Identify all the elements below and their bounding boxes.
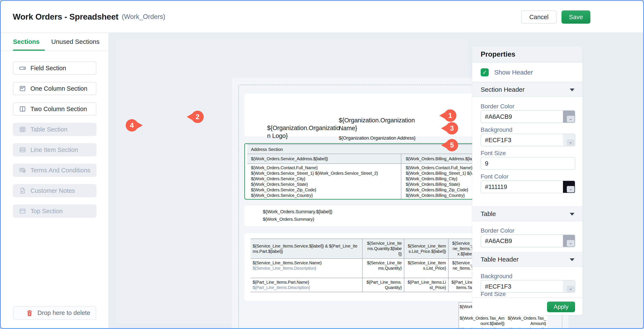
org-name-placeholder: ${Organization.Organization Name}	[339, 116, 417, 132]
table-header-font-size-label: Font Size	[481, 291, 506, 297]
header-cell-quantity: ${Service_Line_Items.Quantity.$[label]}	[362, 239, 404, 258]
tab-unused-sections[interactable]: Unused Sections	[51, 38, 100, 45]
chevron-down-icon[interactable]: ⌄	[567, 116, 574, 122]
sidebar-item-customer-notes: Customer Notes	[13, 184, 96, 197]
accordion-title: Table	[481, 207, 496, 221]
drop-to-delete-zone[interactable]: Drop here to delete	[13, 306, 96, 320]
sidebar-item-one-column-section[interactable]: One Column Section	[13, 82, 96, 95]
header-cell-list-price: ${Service_Line_Items.List_Price.$[label]…	[404, 239, 448, 258]
table-border-color-field[interactable]	[481, 235, 575, 247]
service-line: ${Work_Orders.Service_Zip_Code}	[251, 187, 399, 193]
accordion-title: Section Header	[481, 83, 525, 97]
title-group: Work Orders - Spreadsheet (Work_Orders)	[13, 1, 165, 33]
adjustment-label-placeholder: ${Work_Orders.Adjustment.$[label]}	[459, 327, 506, 329]
accordion-table-header[interactable]: Table Header	[472, 252, 582, 267]
sidebar-item-terms-and-conditions: Terms And Conditions	[13, 164, 96, 177]
show-header-checkbox[interactable]: ✓	[481, 68, 489, 76]
section-item-list: Field Section One Column Section Two Col…	[13, 62, 96, 225]
section-font-size-input	[481, 157, 575, 170]
chevron-down-icon[interactable]: ⌄	[567, 285, 574, 292]
page-title: Work Orders - Spreadsheet	[13, 12, 118, 22]
service-description-placeholder: ${Service_Line_Items.Description}	[253, 266, 360, 271]
callout-badge-1: 1	[444, 109, 456, 122]
tax-amount-value-placeholder: ${Work_Orders.Tax_Amount}	[506, 315, 548, 326]
accordion-title: Table Header	[481, 252, 518, 266]
callout-badge-2: 2	[192, 111, 204, 123]
drop-to-delete-label: Drop here to delete	[38, 309, 90, 316]
service-name-placeholder: ${Service_Line_Items.Service.Name}	[253, 260, 360, 266]
show-header-label: Show Header	[494, 63, 533, 82]
properties-title: Properties	[472, 46, 582, 63]
cell-quantity: ${Service_Line_Items.Quantity}	[362, 258, 404, 278]
field-section-icon	[19, 65, 26, 72]
template-editor-window: Work Orders - Spreadsheet (Work_Orders) …	[0, 0, 644, 329]
show-header-row: ✓ Show Header	[472, 63, 582, 82]
cell-list-price: ${Service_Line_Items.List_Price}	[404, 258, 448, 278]
sidebar-item-label: Line Item Section	[30, 146, 78, 153]
service-address-lines: ${Work_Orders.Contact.Full_Name} ${Work_…	[247, 164, 401, 199]
section-background-field[interactable]	[481, 134, 575, 146]
tax-amount-label-placeholder: ${Work_Orders.Tax_Amount.$[label]}	[459, 315, 506, 326]
accordion-section-header[interactable]: Section Header	[472, 82, 582, 97]
sidebar-item-field-section[interactable]: Field Section	[13, 62, 96, 75]
chevron-down-icon[interactable]: ⌄	[567, 139, 574, 146]
org-name-block: ${Organization.Organization Name} ${Orga…	[339, 116, 417, 141]
part-name-placeholder: ${Part_Line_Items.Part.Name}	[253, 280, 360, 285]
font-size-label: Font Size	[481, 150, 506, 157]
section-background-input: ⌄	[481, 134, 575, 146]
table-header-background-label: Background	[481, 273, 512, 280]
sidebar-item-top-section: Top Section	[13, 204, 96, 218]
part-description-placeholder: ${Part_Line_Items.Description}	[253, 285, 360, 290]
border-color-label: Border Color	[481, 103, 514, 110]
accordion-table[interactable]: Table	[472, 206, 582, 221]
table-border-color-label: Border Color	[481, 227, 514, 234]
totals-row: ${Work_Orders.Adjustment.$[label]} ${Wor…	[459, 326, 548, 329]
callout-badge-4: 4	[126, 119, 138, 132]
properties-footer: Apply	[472, 297, 582, 315]
summary-value-placeholder: ${Work_Orders.Summary}	[263, 217, 314, 222]
service-line: ${Work_Orders.Service_Street_1} ${Work_O…	[251, 170, 399, 176]
sidebar-item-label: Top Section	[30, 208, 63, 215]
section-font-color-field[interactable]	[481, 181, 575, 193]
sidebar-item-label: Two Column Section	[30, 106, 87, 113]
chevron-down-icon	[570, 258, 574, 261]
cell-list-price: ${Part_Line_Items.List_Price}	[404, 278, 448, 292]
tabs-divider	[1, 51, 108, 51]
properties-panel: Properties ✓ Show Header Section Header …	[472, 46, 582, 315]
sidebar-item-two-column-section[interactable]: Two Column Section	[13, 102, 96, 116]
cell-quantity: ${Part_Line_Items.Quantity}	[362, 278, 404, 292]
callout-badge-3: 3	[446, 122, 458, 135]
chevron-down-icon	[570, 89, 574, 91]
sidebar-item-label: Field Section	[30, 65, 66, 72]
section-font-color-input: ⌄	[481, 180, 575, 193]
line-item-section-icon	[19, 146, 26, 153]
tab-sections[interactable]: Sections	[13, 38, 40, 45]
summary-label-placeholder: ${Work_Orders.Summary.$[label]}	[263, 209, 332, 214]
sidebar-item-label: Table Section	[30, 126, 68, 133]
chevron-down-icon[interactable]: ⌄	[567, 240, 574, 246]
sidebar-item-label: One Column Section	[30, 85, 88, 92]
top-section-icon	[19, 207, 26, 215]
sidebar-item-table-section: Table Section	[13, 123, 96, 136]
service-line: ${Work_Orders.Contact.Full_Name}	[251, 165, 399, 170]
sections-sidebar: Sections Unused Sections Field Section O…	[1, 33, 109, 328]
sidebar-item-label: Customer Notes	[30, 187, 75, 194]
adjustment-value-placeholder: ${Work_Orders.Adjustment}	[506, 327, 548, 329]
totals-row: ${Work_Orders.Tax_Amount.$[label]} ${Wor…	[459, 315, 548, 326]
cell-service-name: ${Service_Line_Items.Service.Name} ${Ser…	[250, 258, 362, 278]
cell-part-name: ${Part_Line_Items.Part.Name} ${Part_Line…	[250, 278, 362, 292]
save-button[interactable]: Save	[562, 11, 590, 24]
header-cell-service-part: ${Service_Line_Items.Service.$[label]} &…	[250, 239, 362, 258]
service-line: ${Work_Orders.Service_State}	[251, 182, 399, 187]
table-border-color-input: ⌄	[481, 234, 575, 247]
chevron-down-icon	[570, 213, 574, 216]
section-border-color-input: ⌄	[481, 110, 575, 123]
two-column-section-icon	[19, 105, 26, 113]
chevron-down-icon[interactable]: ⌄	[567, 186, 574, 192]
cancel-button[interactable]: Cancel	[521, 11, 556, 24]
apply-button[interactable]: Apply	[547, 301, 575, 312]
section-font-size-field[interactable]	[481, 157, 575, 169]
page-subtitle: (Work_Orders)	[122, 13, 165, 21]
section-border-color-field[interactable]	[481, 111, 575, 123]
service-line: ${Work_Orders.Service_Country}	[251, 193, 399, 198]
